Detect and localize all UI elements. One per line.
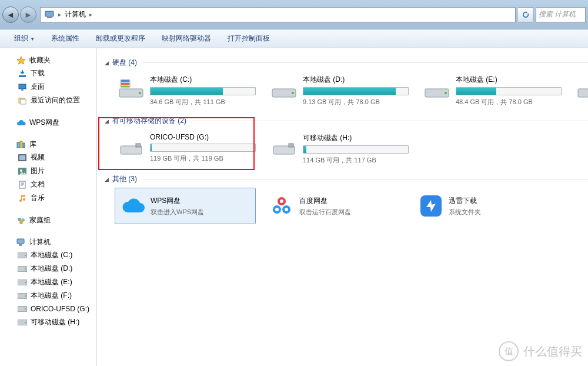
nav-forward-button[interactable]: ►	[20, 6, 36, 23]
svg-point-50	[280, 199, 283, 203]
svg-point-17	[19, 221, 23, 224]
sidebar-item-drive-g[interactable]: ORICO-UFSD (G:)	[0, 302, 96, 315]
search-input[interactable]: 搜索 计算机	[536, 7, 586, 22]
sidebar-item-downloads[interactable]: 下载	[0, 66, 96, 80]
other-baidu[interactable]: 百度网盘 双击运行百度网盘	[264, 188, 405, 224]
svg-rect-8	[20, 141, 22, 148]
watermark: 值 什么值得买	[499, 341, 582, 361]
capacity-bar	[303, 145, 409, 154]
drive-sub: 114 GB 可用，共 117 GB	[303, 156, 409, 165]
sidebar-item-drive-f[interactable]: 本地磁盘 (F:)	[0, 289, 96, 302]
drive-icon	[18, 304, 27, 314]
svg-rect-19	[19, 244, 22, 246]
desktop-icon	[18, 82, 27, 92]
svg-rect-6	[21, 99, 26, 104]
sidebar-item-music[interactable]: 音乐	[0, 191, 96, 205]
other-sub: 双击运行百度网盘	[299, 208, 351, 217]
drive-icon	[18, 278, 27, 287]
capacity-bar	[303, 87, 409, 95]
svg-point-39	[292, 92, 294, 94]
sidebar-favorites[interactable]: 收藏夹	[0, 54, 96, 66]
hdd-icon	[577, 75, 588, 98]
svg-rect-11	[19, 155, 25, 160]
search-placeholder: 搜索 计算机	[539, 9, 576, 19]
svg-point-41	[445, 92, 447, 94]
divider	[143, 179, 588, 179]
sidebar-item-desktop[interactable]: 桌面	[0, 80, 96, 94]
tb-system-props[interactable]: 系统属性	[43, 31, 88, 46]
sidebar-item-drive-h[interactable]: 可移动磁盘 (H:)	[0, 315, 96, 329]
divider	[192, 121, 588, 121]
tb-map-drive[interactable]: 映射网络驱动器	[153, 31, 219, 46]
drive-label: 可移动磁盘 (H:)	[303, 133, 409, 143]
other-xunlei[interactable]: 迅雷下载 系统文件夹	[413, 188, 554, 224]
tb-organize[interactable]: 组织 ▼	[6, 31, 43, 46]
tb-control-panel[interactable]: 打开控制面板	[219, 31, 278, 46]
svg-point-31	[25, 322, 26, 323]
sidebar-item-video[interactable]: 视频	[0, 151, 96, 164]
drive-sub: 48.4 GB 可用，共 78.0 GB	[456, 98, 562, 107]
recent-icon	[18, 96, 27, 105]
nav-back-button[interactable]: ◄	[2, 6, 19, 23]
drive-c[interactable]: 本地磁盘 (C:) 34.6 GB 可用，共 111 GB	[115, 71, 256, 110]
drive-icon	[18, 251, 27, 260]
drive-h[interactable]: 可移动磁盘 (H:) 114 GB 可用，共 117 GB	[268, 129, 409, 168]
wps-cloud-icon	[121, 194, 145, 218]
hdd-icon	[271, 75, 297, 98]
divider	[143, 62, 588, 63]
svg-point-33	[139, 92, 141, 94]
svg-point-27	[25, 295, 26, 297]
svg-rect-7	[17, 142, 19, 148]
sidebar-item-documents[interactable]: 文档	[0, 178, 96, 191]
section-removable[interactable]: ◢ 有可移动存储的设备 (2)	[103, 116, 588, 126]
content-pane: ◢ 硬盘 (4) 本地磁盘 (C:) 34.6 GB 可用，共 111 GB 本…	[97, 48, 588, 366]
drive-label: 本地磁盘 (D:)	[303, 75, 409, 85]
sidebar-wps[interactable]: WPS网盘	[0, 117, 96, 129]
svg-point-15	[18, 218, 21, 221]
watermark-text: 什么值得买	[523, 344, 582, 360]
sidebar-computer[interactable]: 计算机	[0, 236, 96, 248]
svg-rect-2	[19, 75, 26, 77]
tb-uninstall[interactable]: 卸载或更改程序	[88, 31, 153, 46]
sidebar-label: 收藏夹	[29, 55, 51, 65]
other-wps[interactable]: WPS网盘 双击进入WPS网盘	[115, 188, 256, 224]
sidebar-item-pictures[interactable]: 图片	[0, 164, 96, 178]
sidebar-item-drive-c[interactable]: 本地磁盘 (C:)	[0, 248, 96, 262]
computer-icon	[16, 238, 26, 247]
drive-g-orico[interactable]: ORICO-UFSD (G:) 119 GB 可用，共 119 GB	[115, 129, 256, 168]
drive-icon	[18, 318, 27, 327]
drive-label: 本地磁盘 (E:)	[456, 75, 562, 85]
sidebar-item-recent[interactable]: 最近访问的位置	[0, 94, 96, 107]
svg-rect-18	[17, 239, 24, 244]
svg-rect-46	[289, 144, 293, 147]
drive-sub: 9.13 GB 可用，共 78.0 GB	[303, 98, 409, 107]
svg-rect-44	[136, 144, 141, 147]
other-label: 迅雷下载	[449, 196, 481, 206]
breadcrumb-computer[interactable]: 计算机 ▸	[61, 8, 96, 22]
sidebar: 收藏夹 下载 桌面 最近访问的位置 WPS网盘	[0, 48, 97, 366]
refresh-button[interactable]	[518, 7, 533, 22]
hdd-icon	[118, 75, 144, 98]
section-other[interactable]: ◢ 其他 (3)	[103, 174, 588, 184]
address-bar[interactable]: ▸ 计算机 ▸	[40, 7, 516, 22]
hdd-icon	[424, 75, 450, 98]
section-hdd[interactable]: ◢ 硬盘 (4)	[103, 58, 588, 68]
drive-label: 本地磁盘 (C:)	[150, 75, 256, 85]
video-icon	[18, 153, 27, 162]
sidebar-item-drive-d[interactable]: 本地磁盘 (D:)	[0, 262, 96, 275]
other-sub: 双击进入WPS网盘	[151, 208, 204, 217]
drive-e[interactable]: 本地磁盘 (E:) 48.4 GB 可用，共 78.0 GB	[420, 71, 562, 110]
toolbar: 组织 ▼ 系统属性 卸载或更改程序 映射网络驱动器 打开控制面板	[0, 29, 588, 48]
sidebar-homegroup[interactable]: 家庭组	[0, 214, 96, 227]
svg-rect-1	[47, 17, 52, 18]
watermark-icon: 值	[499, 341, 519, 361]
capacity-bar	[456, 87, 562, 95]
capacity-fill	[151, 88, 223, 95]
sidebar-item-drive-e[interactable]: 本地磁盘 (E:)	[0, 275, 96, 289]
sidebar-libraries[interactable]: 库	[0, 138, 96, 151]
star-icon	[16, 56, 26, 65]
other-label: 百度网盘	[299, 196, 351, 206]
svg-rect-0	[45, 11, 54, 16]
drive-f[interactable]: 本	[573, 71, 588, 110]
drive-d[interactable]: 本地磁盘 (D:) 9.13 GB 可用，共 78.0 GB	[268, 71, 409, 110]
